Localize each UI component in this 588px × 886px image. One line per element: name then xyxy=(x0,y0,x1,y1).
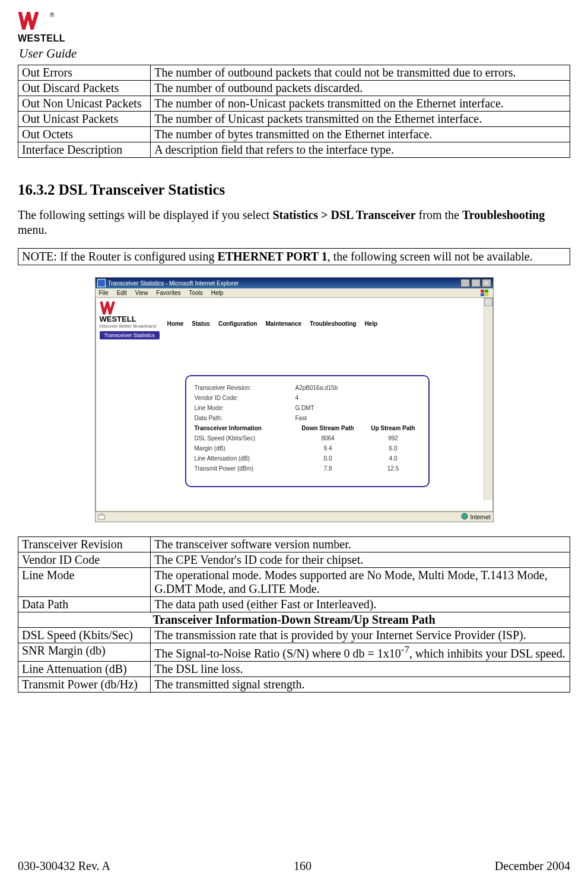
definitions-table-1: Out ErrorsThe number of outbound packets… xyxy=(18,65,570,158)
stat-name: Line Attenuation (dB) xyxy=(195,455,290,462)
term: DSL Speed (Kbits/Sec) xyxy=(18,628,151,643)
table-row: Transmit Power (db/Hz)The transmitted si… xyxy=(18,677,570,692)
menu-edit[interactable]: Edit xyxy=(117,290,127,296)
path-label: Data Path: xyxy=(195,415,290,421)
definition: A description field that refers to the i… xyxy=(151,142,570,158)
table-row: Data PathThe data path used (either Fast… xyxy=(18,597,570,612)
definition: The operational mode. Modes supported ar… xyxy=(151,568,570,597)
ie-icon xyxy=(97,279,106,287)
term: Line Mode xyxy=(18,568,151,597)
table-row: Interface DescriptionA description field… xyxy=(18,142,570,158)
page-footer: 030-300432 Rev. A 160 December 2004 xyxy=(18,859,570,873)
logo-mark: ® xyxy=(18,12,54,32)
svg-point-5 xyxy=(462,513,468,519)
nav-configuration[interactable]: Configuration xyxy=(218,320,258,327)
stat-name: Transmit Power (dBm) xyxy=(195,465,290,472)
table-row: DSL Speed (Kbits/Sec)The transmission ra… xyxy=(18,628,570,643)
nav-troubleshooting[interactable]: Troubleshooting xyxy=(310,320,356,327)
menu-favorites[interactable]: Favorites xyxy=(156,290,180,296)
scroll-up-icon[interactable] xyxy=(484,298,492,306)
nav-status[interactable]: Status xyxy=(192,320,210,327)
mode-value: G.DMT xyxy=(295,405,314,411)
term: Out Unicast Packets xyxy=(18,112,151,127)
logo-word: WESTELL xyxy=(18,33,65,44)
svg-rect-1 xyxy=(485,290,488,293)
browser-content: WESTELL Discover Better Broadband Home S… xyxy=(96,298,493,512)
table-row: Line ModeThe operational mode. Modes sup… xyxy=(18,568,570,597)
stat-down: 0.0 xyxy=(295,455,361,462)
definition: The CPE Vendor's ID code for their chips… xyxy=(151,552,570,568)
rev-label: Transceiver Revision: xyxy=(195,385,290,391)
table-row: Out Unicast PacketsThe number of Unicast… xyxy=(18,112,570,127)
sub-header: Transceiver Information-Down Stream/Up S… xyxy=(18,612,570,628)
path-value: Fast xyxy=(295,415,307,421)
table-row: Out Non Unicast PacketsThe number of non… xyxy=(18,96,570,112)
definition: The number of outbound packets discarded… xyxy=(151,81,570,96)
term: Data Path xyxy=(18,597,151,612)
section-title: DSL Transceiver Statistics xyxy=(59,182,225,198)
close-button[interactable]: × xyxy=(482,279,491,287)
definition: The number of bytes transmitted on the E… xyxy=(151,127,570,142)
note-box: NOTE: If the Router is configured using … xyxy=(18,248,570,265)
window-menu-bar: File Edit View Favorites Tools Help xyxy=(96,288,493,298)
stat-name: DSL Speed (Kbits/Sec) xyxy=(195,435,290,442)
submenu-transceiver-stats[interactable]: Transceiver Statistics xyxy=(100,331,160,339)
menu-tools[interactable]: Tools xyxy=(189,290,202,296)
term: Line Attenuation (dB) xyxy=(18,661,151,677)
term: Transceiver Revision xyxy=(18,537,151,552)
definition: The data path used (either Fast or Inter… xyxy=(151,597,570,612)
section-label: User Guide xyxy=(19,46,570,61)
footer-left: 030-300432 Rev. A xyxy=(18,859,110,873)
table-row: SNR Margin (db) The Signal-to-Noise Rati… xyxy=(18,643,570,662)
intro-paragraph: The following settings will be displayed… xyxy=(18,208,570,237)
internet-zone-icon xyxy=(461,513,468,521)
stat-down: 7.8 xyxy=(295,465,361,472)
brand-tagline: Discover Better Broadband xyxy=(100,323,157,329)
stat-up: 6.0 xyxy=(367,445,420,452)
table-row: Out ErrorsThe number of outbound packets… xyxy=(18,65,570,81)
term: Vendor ID Code xyxy=(18,552,151,568)
stat-name: Margin (dB) xyxy=(195,445,290,452)
table-subheader: Transceiver Information-Down Stream/Up S… xyxy=(18,612,570,628)
window-title: Transceiver Statistics - Microsoft Inter… xyxy=(108,280,239,287)
westell-logo-icon xyxy=(100,301,122,315)
svg-rect-4 xyxy=(98,515,104,519)
section-number: 16.3.2 xyxy=(18,182,55,198)
rev-value: A2pB016a.d15b xyxy=(295,385,338,391)
throbber-icon xyxy=(480,289,490,298)
definition: The DSL line loss. xyxy=(151,661,570,677)
stat-up: 12.5 xyxy=(367,465,420,472)
footer-center: 160 xyxy=(294,859,312,873)
table-row: Vendor ID CodeThe CPE Vendor's ID code f… xyxy=(18,552,570,568)
downstream-header: Down Stream Path xyxy=(295,425,361,431)
internet-zone-label: Internet xyxy=(471,514,491,520)
status-bar: Internet xyxy=(96,512,493,522)
definition: The number of outbound packets that coul… xyxy=(151,65,570,81)
term: Out Errors xyxy=(18,65,151,81)
maximize-button[interactable]: □ xyxy=(471,279,481,287)
menu-file[interactable]: File xyxy=(99,290,109,296)
menu-view[interactable]: View xyxy=(135,290,148,296)
definitions-table-2: Transceiver RevisionThe transceiver soft… xyxy=(18,536,570,693)
table-row: Out Discard PacketsThe number of outboun… xyxy=(18,81,570,96)
svg-rect-2 xyxy=(481,293,484,296)
section-heading: 16.3.2 DSL Transceiver Statistics xyxy=(18,182,570,198)
svg-rect-0 xyxy=(481,290,484,293)
embedded-screenshot: Transceiver Statistics - Microsoft Inter… xyxy=(95,277,494,522)
menu-help[interactable]: Help xyxy=(211,290,224,296)
table-row: Transceiver RevisionThe transceiver soft… xyxy=(18,537,570,552)
stat-down: 8064 xyxy=(295,435,361,442)
definition: The transmitted signal strength. xyxy=(151,677,570,692)
minimize-button[interactable]: _ xyxy=(460,279,470,287)
svg-rect-3 xyxy=(485,293,488,296)
definition: The number of non-Unicast packets transm… xyxy=(151,96,570,112)
mode-label: Line Mode: xyxy=(195,405,290,411)
nav-home[interactable]: Home xyxy=(167,320,184,327)
scrollbar[interactable] xyxy=(484,298,492,500)
upstream-header: Up Stream Path xyxy=(367,425,420,431)
nav-help[interactable]: Help xyxy=(364,320,377,327)
logo: ® WESTELL xyxy=(18,12,570,44)
stat-down: 9.4 xyxy=(295,445,361,452)
nav-maintenance[interactable]: Maintenance xyxy=(265,320,301,327)
term: Out Octets xyxy=(18,127,151,142)
